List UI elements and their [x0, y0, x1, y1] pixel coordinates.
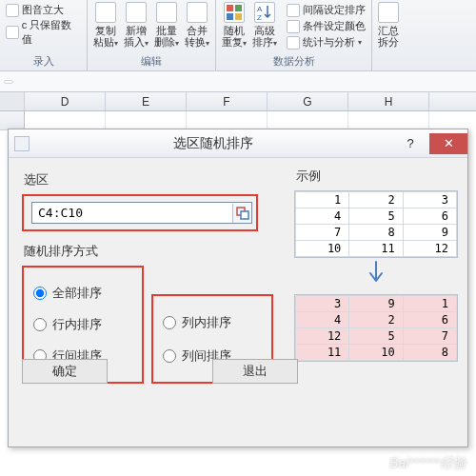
col-header[interactable]: H	[348, 92, 429, 110]
arrow-down-icon	[294, 258, 458, 290]
ribbon-summary[interactable]: 汇总拆分	[378, 2, 399, 48]
ribbon-group-name: 录入	[33, 53, 54, 70]
range-picker-icon	[236, 207, 249, 220]
dialog-title: 选区随机排序	[35, 135, 391, 152]
ribbon-small-item[interactable]: 条件设定颜色	[287, 19, 366, 33]
ribbon-small-item[interactable]: 间隔设定排序	[287, 3, 366, 17]
dialog-titlebar[interactable]: 选区随机排序 ? ✕	[9, 129, 467, 158]
ribbon-copy-paste[interactable]: 复制粘贴▾	[93, 2, 118, 50]
column-headers: D E F G H	[0, 92, 476, 111]
formula-bar[interactable]	[0, 71, 476, 92]
help-button[interactable]: ?	[391, 133, 429, 154]
spreadsheet: D E F G H	[0, 92, 476, 130]
range-picker-button[interactable]	[232, 204, 251, 223]
example-after: 391426125711108	[294, 294, 458, 362]
ribbon-group-name: 编辑	[141, 53, 162, 70]
ribbon-small-item[interactable]: 统计与分析▾	[287, 35, 366, 50]
svg-rect-1	[235, 5, 242, 11]
cancel-button[interactable]: 退出	[212, 359, 298, 384]
svg-rect-2	[227, 13, 233, 20]
ribbon-merge[interactable]: 合并转换▾	[185, 2, 209, 50]
ribbon-small-item[interactable]: c 只保留数值	[6, 18, 81, 47]
col-header[interactable]: G	[268, 92, 348, 110]
watermark: Bai******经验	[389, 455, 466, 472]
selection-box	[22, 194, 258, 231]
ribbon-group-name: 数据分析	[273, 53, 315, 70]
random-sort-dialog: 选区随机排序 ? ✕ 选区 随机排序方式 全部排序 行内排序 行间排序	[8, 129, 468, 447]
col-header[interactable]: F	[187, 92, 268, 110]
svg-rect-0	[227, 5, 233, 11]
ribbon-delete[interactable]: 批量删除▾	[154, 2, 179, 50]
ribbon-small-item[interactable]: 图音立大	[6, 3, 81, 17]
ribbon-random[interactable]: 随机重复▾	[222, 2, 247, 50]
radio-col-inner[interactable]: 列内排序	[163, 314, 262, 331]
col-header[interactable]: D	[25, 92, 106, 110]
col-header[interactable]: E	[106, 92, 187, 110]
svg-rect-7	[241, 211, 248, 219]
svg-text:Z: Z	[257, 13, 262, 21]
close-button[interactable]: ✕	[429, 133, 467, 154]
example-label: 示例	[296, 168, 458, 185]
svg-rect-3	[235, 13, 242, 20]
select-all-corner[interactable]	[0, 92, 25, 110]
grid-rows[interactable]	[0, 111, 476, 130]
example-panel: 示例 123456789101112 391426125711108	[294, 164, 458, 362]
radio-row-inner[interactable]: 行内排序	[33, 316, 132, 333]
ribbon-sort[interactable]: AZ高级排序▾	[252, 2, 277, 50]
ribbon-insert[interactable]: 新增插入▾	[124, 2, 149, 50]
range-input[interactable]	[32, 203, 232, 223]
ok-button[interactable]: 确定	[22, 359, 108, 384]
svg-text:A: A	[257, 5, 263, 13]
dialog-icon	[14, 136, 30, 151]
ribbon: 图音立大 c 只保留数值 录入 复制粘贴▾ 新增插入▾ 批量删除▾ 合并转换▾ …	[0, 0, 476, 71]
radio-all-sort[interactable]: 全部排序	[33, 285, 132, 302]
example-before: 123456789101112	[294, 190, 458, 258]
